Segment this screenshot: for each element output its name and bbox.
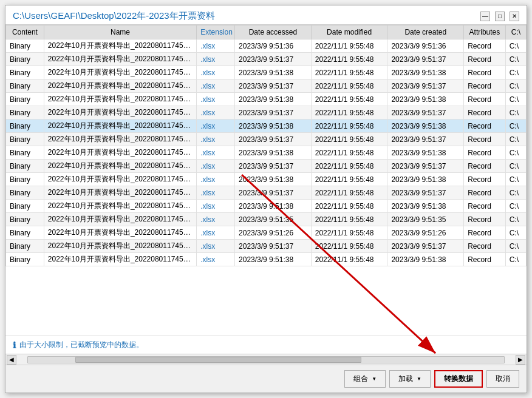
cell-content: Binary — [6, 93, 44, 106]
th-accessed[interactable]: Date accessed — [235, 25, 312, 39]
table-row[interactable]: Binary2022年10月开票资料导出_20220801174501 - 副本… — [6, 66, 527, 79]
table-row[interactable]: Binary2022年10月开票资料导出_20220801174501 - 副本… — [6, 226, 527, 240]
table-row[interactable]: Binary2022年10月开票资料导出_20220801174501 - 副本… — [6, 253, 527, 266]
cell-created: 2023/3/9 9:51:38 — [387, 173, 464, 186]
minimize-button[interactable]: — — [480, 12, 490, 21]
combine-button[interactable]: 组合 — [344, 370, 386, 388]
info-bar: ℹ 由于大小限制，已截断预览中的数据。 — [5, 336, 527, 354]
cell-content: Binary — [6, 186, 44, 200]
scroll-track[interactable] — [27, 356, 505, 363]
cell-accessed: 2023/3/9 9:51:37 — [235, 160, 312, 173]
cell-content: Binary — [6, 79, 44, 93]
table-row[interactable]: Binary2022年10月开票资料导出_20220801174501 - 副本… — [6, 53, 527, 66]
cell-attributes: Record — [464, 213, 506, 226]
cell-created: 2023/3/9 9:51:38 — [387, 146, 464, 160]
th-content[interactable]: Content — [6, 25, 44, 39]
cell-content: Binary — [6, 160, 44, 173]
cell-modified: 2022/11/1 9:55:48 — [311, 213, 387, 226]
info-message: 由于大小限制，已截断预览中的数据。 — [19, 340, 143, 350]
data-table: Content Name Extension Date accessed Dat… — [5, 25, 527, 266]
table-row[interactable]: Binary2022年10月开票资料导出_20220801174501 - 副本… — [6, 79, 527, 93]
table-row[interactable]: Binary2022年10月开票资料导出_20220801174501 - 副本… — [6, 106, 527, 120]
cell-accessed: 2023/3/9 9:51:37 — [235, 186, 312, 200]
cell-content: Binary — [6, 146, 44, 160]
table-row[interactable]: Binary2022年10月开票资料导出_20220801174501 - 副本… — [6, 186, 527, 200]
table-scroll[interactable]: Content Name Extension Date accessed Dat… — [5, 25, 527, 266]
cell-name: 2022年10月开票资料导出_20220801174501 - 副本 (1... — [44, 186, 196, 200]
cell-content: Binary — [6, 253, 44, 266]
cell-attributes: Record — [464, 226, 506, 240]
cell-modified: 2022/11/1 9:55:48 — [311, 53, 387, 66]
cell-accessed: 2023/3/9 9:51:36 — [235, 39, 312, 53]
table-row[interactable]: Binary2022年10月开票资料导出_20220801174501 - 副本… — [6, 39, 527, 53]
table-row[interactable]: Binary2022年10月开票资料导出_20220801174501 - 副本… — [6, 213, 527, 226]
th-created[interactable]: Date created — [387, 25, 464, 39]
cell-created: 2023/3/9 9:51:38 — [387, 200, 464, 213]
cell-created: 2023/3/9 9:51:37 — [387, 186, 464, 200]
table-row[interactable]: Binary2022年10月开票资料导出_20220801174501 - 副本… — [6, 240, 527, 253]
load-button[interactable]: 加载 — [389, 370, 431, 388]
th-name[interactable]: Name — [44, 25, 196, 39]
cell-extension: .xlsx — [197, 120, 235, 133]
th-path[interactable]: C:\ — [505, 25, 526, 39]
table-row[interactable]: Binary2022年10月开票资料导出_20220801174501 - 副本… — [6, 120, 527, 133]
cell-accessed: 2023/3/9 9:51:38 — [235, 66, 312, 79]
main-window: C:\Users\GEAFI\Desktop\2022年-2023年开票资料 —… — [5, 5, 527, 393]
table-row[interactable]: Binary2022年10月开票资料导出_20220801174501 - 副本… — [6, 160, 527, 173]
cell-path: C:\ — [505, 226, 526, 240]
th-extension[interactable]: Extension — [197, 25, 235, 39]
table-row[interactable]: Binary2022年10月开票资料导出_20220801174501 - 副本… — [6, 173, 527, 186]
cell-extension: .xlsx — [197, 240, 235, 253]
cell-accessed: 2023/3/9 9:51:38 — [235, 146, 312, 160]
cell-created: 2023/3/9 9:51:35 — [387, 213, 464, 226]
scroll-thumb[interactable] — [75, 357, 361, 363]
cancel-button[interactable]: 取消 — [486, 370, 519, 388]
cell-attributes: Record — [464, 240, 506, 253]
cell-attributes: Record — [464, 133, 506, 146]
cell-attributes: Record — [464, 53, 506, 66]
cell-attributes: Record — [464, 186, 506, 200]
cell-content: Binary — [6, 53, 44, 66]
cell-created: 2023/3/9 9:51:38 — [387, 66, 464, 79]
cell-modified: 2022/11/1 9:55:48 — [311, 66, 387, 79]
cell-path: C:\ — [505, 53, 526, 66]
close-button[interactable]: ✕ — [510, 12, 519, 21]
horizontal-scrollbar[interactable]: ◀ ▶ — [5, 354, 527, 365]
cell-accessed: 2023/3/9 9:51:37 — [235, 133, 312, 146]
cell-path: C:\ — [505, 146, 526, 160]
th-modified[interactable]: Date modified — [311, 25, 387, 39]
cell-extension: .xlsx — [197, 213, 235, 226]
cell-extension: .xlsx — [197, 53, 235, 66]
scroll-right-button[interactable]: ▶ — [516, 355, 525, 365]
info-icon: ℹ — [13, 340, 16, 350]
th-attributes[interactable]: Attributes — [464, 25, 506, 39]
cell-modified: 2022/11/1 9:55:48 — [311, 120, 387, 133]
table-row[interactable]: Binary2022年10月开票资料导出_20220801174501 - 副本… — [6, 200, 527, 213]
maximize-button[interactable]: □ — [495, 12, 505, 21]
cell-path: C:\ — [505, 160, 526, 173]
cell-path: C:\ — [505, 186, 526, 200]
table-row[interactable]: Binary2022年10月开票资料导出_20220801174501 - 副本… — [6, 146, 527, 160]
cell-created: 2023/3/9 9:51:37 — [387, 133, 464, 146]
table-row[interactable]: Binary2022年10月开票资料导出_20220801174501 - 副本… — [6, 133, 527, 146]
cell-modified: 2022/11/1 9:55:48 — [311, 39, 387, 53]
cell-modified: 2022/11/1 9:55:48 — [311, 146, 387, 160]
transform-button[interactable]: 转换数据 — [434, 370, 483, 388]
cell-attributes: Record — [464, 160, 506, 173]
scroll-left-button[interactable]: ◀ — [7, 355, 16, 365]
cell-extension: .xlsx — [197, 253, 235, 266]
cell-modified: 2022/11/1 9:55:48 — [311, 133, 387, 146]
cell-created: 2023/3/9 9:51:37 — [387, 160, 464, 173]
cell-path: C:\ — [505, 120, 526, 133]
cell-extension: .xlsx — [197, 146, 235, 160]
cell-content: Binary — [6, 226, 44, 240]
cell-modified: 2022/11/1 9:55:48 — [311, 253, 387, 266]
cell-attributes: Record — [464, 93, 506, 106]
cell-accessed: 2023/3/9 9:51:38 — [235, 253, 312, 266]
cell-content: Binary — [6, 66, 44, 79]
cell-path: C:\ — [505, 213, 526, 226]
table-row[interactable]: Binary2022年10月开票资料导出_20220801174501 - 副本… — [6, 93, 527, 106]
cell-created: 2023/3/9 9:51:38 — [387, 253, 464, 266]
cell-accessed: 2023/3/9 9:51:37 — [235, 53, 312, 66]
cell-attributes: Record — [464, 253, 506, 266]
